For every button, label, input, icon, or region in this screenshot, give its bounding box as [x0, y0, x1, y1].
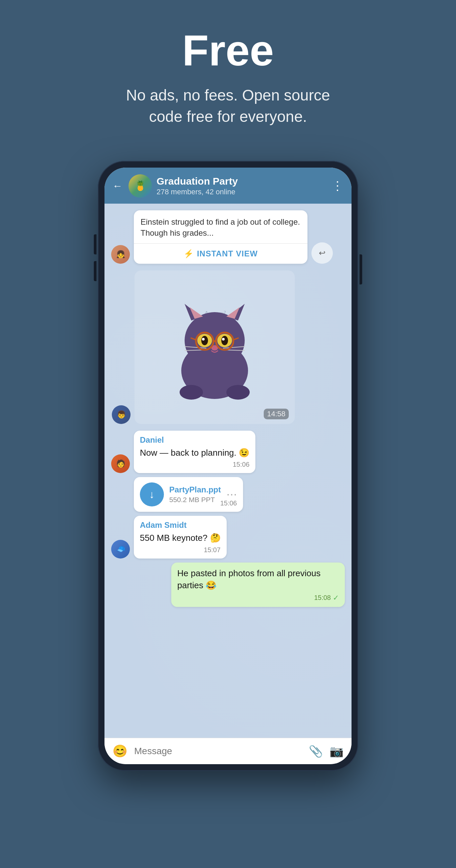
hero-section: Free No ads, no fees. Open source code f… [98, 0, 358, 148]
svg-point-23 [226, 385, 250, 400]
message-text: He pasted in photos from all previous pa… [177, 567, 339, 592]
sender-name: Adam Smidt [140, 521, 221, 530]
hero-title: Free [111, 27, 345, 74]
message-time: 15:08 [314, 594, 331, 601]
bubble-meta: 15:06 [140, 461, 249, 468]
svg-point-11 [222, 338, 225, 341]
read-receipt-icon: ✓ [333, 594, 339, 602]
group-avatar: 🍍 [128, 174, 152, 198]
message-row: 👧 Einstein struggled to find a job out o… [111, 210, 345, 264]
sender-name: Daniel [140, 435, 249, 445]
power-button [360, 254, 362, 284]
volume-up-button [94, 235, 96, 254]
file-time: 15:06 [220, 499, 237, 507]
svg-point-22 [180, 385, 203, 400]
avatar-image: 🧑 [116, 459, 125, 468]
avatar-image: 🧢 [116, 545, 125, 554]
file-bubble: ↓ PartyPlan.ppt 550.2 MB PPT ⋯ 15:06 [134, 477, 243, 512]
file-info: PartyPlan.ppt 550.2 MB PPT [169, 485, 221, 504]
cat-sticker [164, 294, 265, 401]
phone-mockup: ← 🍍 Graduation Party 278 members, 42 onl… [98, 161, 358, 771]
sticker-time: 14:58 [264, 409, 289, 419]
back-button[interactable]: ← [113, 180, 123, 192]
message-text: Now — back to planning. 😉 [140, 447, 249, 459]
bubble-meta: 15:07 [140, 546, 221, 554]
bubble-meta: 15:08 ✓ [177, 594, 339, 602]
avatar: 👦 [112, 405, 130, 424]
avatar-image: 👧 [116, 250, 125, 259]
message-input[interactable] [134, 746, 302, 756]
file-size: 550.2 MB PPT [169, 496, 221, 504]
chat-info: Graduation Party 278 members, 42 online [157, 176, 327, 196]
article-text: Einstein struggled to find a job out of … [134, 210, 307, 243]
hero-subtitle: No ads, no fees. Open source code free f… [111, 85, 345, 127]
instant-view-label: INSTANT VIEW [197, 249, 258, 258]
svg-point-9 [221, 336, 228, 345]
download-button[interactable]: ↓ [140, 483, 164, 506]
text-bubble: Daniel Now — back to planning. 😉 15:06 [134, 431, 255, 473]
file-name: PartyPlan.ppt [169, 485, 221, 494]
group-avatar-icon: 🍍 [128, 174, 152, 198]
message-row: 🧑 Daniel Now — back to planning. 😉 15:06 [111, 431, 345, 473]
avatar: 🧢 [111, 540, 130, 559]
svg-point-10 [202, 338, 205, 341]
message-row: 🧢 Adam Smidt 550 MB keynote? 🤔 15:07 [111, 516, 345, 558]
more-options-button[interactable]: ⋮ [332, 179, 343, 193]
volume-down-button [94, 261, 96, 281]
phone-screen: ← 🍍 Graduation Party 278 members, 42 onl… [104, 167, 352, 764]
chat-area: 👧 Einstein struggled to find a job out o… [104, 204, 352, 738]
message-text: 550 MB keynote? 🤔 [140, 532, 221, 544]
text-bubble: Adam Smidt 550 MB keynote? 🤔 15:07 [134, 516, 227, 558]
message-input-bar: 😊 📎 📷 [104, 738, 352, 764]
article-bubble: Einstein struggled to find a job out of … [134, 210, 307, 264]
avatar: 🧑 [111, 454, 130, 473]
avatar-image: 👦 [117, 410, 126, 419]
message-time: 15:06 [233, 461, 249, 468]
download-icon: ↓ [149, 488, 155, 501]
chat-name: Graduation Party [157, 176, 327, 187]
article-card: Einstein struggled to find a job out of … [134, 210, 307, 264]
sticker-message: 👦 A = πr² V = l³ P = 2πr A = πr³ s = √(r… [134, 271, 345, 424]
phone-frame: ← 🍍 Graduation Party 278 members, 42 onl… [98, 161, 358, 771]
chat-header: ← 🍍 Graduation Party 278 members, 42 onl… [104, 167, 352, 204]
svg-point-8 [201, 336, 208, 345]
chat-members: 278 members, 42 online [157, 188, 327, 196]
own-text-bubble: He pasted in photos from all previous pa… [171, 562, 345, 607]
attach-button[interactable]: 📎 [309, 744, 323, 758]
message-time: 15:07 [204, 546, 221, 554]
emoji-button[interactable]: 😊 [113, 744, 127, 758]
file-more-button[interactable]: ⋯ [226, 488, 237, 501]
own-message-row: He pasted in photos from all previous pa… [111, 562, 345, 607]
share-icon: ↩ [319, 248, 326, 258]
camera-button[interactable]: 📷 [330, 744, 343, 758]
share-button[interactable]: ↩ [311, 242, 333, 264]
file-message-row: ↓ PartyPlan.ppt 550.2 MB PPT ⋯ 15:06 [134, 477, 345, 512]
avatar: 👧 [111, 245, 130, 264]
instant-view-button[interactable]: ⚡ INSTANT VIEW [134, 243, 307, 264]
lightning-icon: ⚡ [184, 249, 193, 258]
sticker-container: A = πr² V = l³ P = 2πr A = πr³ s = √(r²+… [134, 271, 295, 424]
